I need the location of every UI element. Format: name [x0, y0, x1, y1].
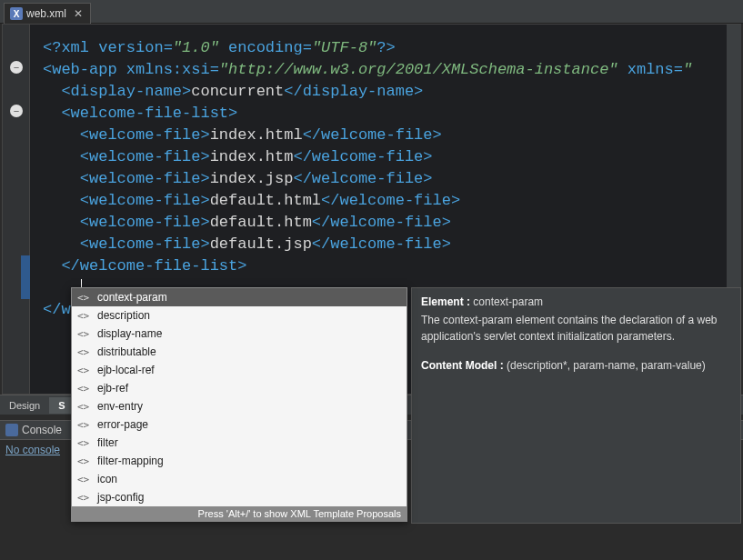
autocomplete-item-label: jsp-config [97, 491, 144, 504]
autocomplete-item-label: icon [97, 473, 117, 485]
autocomplete-item[interactable]: <>filter-mapping [72, 452, 407, 470]
tag-icon: <> [77, 401, 92, 413]
autocomplete-item-label: distributable [97, 345, 156, 358]
autocomplete-item-label: ejb-local-ref [97, 364, 155, 376]
autocomplete-item[interactable]: <>env-entry [72, 397, 407, 415]
tag-icon: <> [77, 346, 92, 358]
autocomplete-item[interactable]: <>icon [72, 470, 407, 488]
autocomplete-item-label: context-param [97, 291, 167, 304]
autocomplete-item[interactable]: <>error-page [72, 415, 407, 434]
autocomplete-item-label: filter [97, 436, 118, 449]
close-icon[interactable]: ✕ [74, 7, 83, 20]
autocomplete-item[interactable]: <>display-name [72, 325, 407, 343]
autocomplete-item[interactable]: <>distributable [72, 343, 407, 361]
fold-marker-icon[interactable]: − [10, 61, 23, 74]
fold-marker-icon[interactable]: − [10, 105, 23, 117]
tab-filename: web.xml [26, 7, 66, 20]
autocomplete-item[interactable]: <>context-param [72, 288, 407, 306]
autocomplete-item-label: filter-mapping [97, 455, 164, 467]
autocomplete-item-label: error-page [97, 418, 148, 431]
tag-icon: <> [77, 365, 92, 376]
autocomplete-item-label: ejb-ref [97, 382, 128, 395]
tag-icon: <> [77, 292, 92, 304]
doc-description: The context-param element contains the d… [421, 312, 731, 345]
selection-marker [21, 255, 30, 299]
autocomplete-item-label: env-entry [97, 400, 143, 413]
tag-icon: <> [77, 474, 92, 485]
doc-content-model-label: Content Model : [421, 359, 504, 372]
tag-icon: <> [77, 492, 92, 504]
tag-icon: <> [77, 383, 92, 395]
tag-icon: <> [77, 419, 92, 431]
autocomplete-list[interactable]: <>context-param<>description<>display-na… [72, 288, 407, 506]
editor-gutter: − − [3, 25, 30, 394]
doc-element-label: Element : [421, 295, 470, 308]
autocomplete-popup: <>context-param<>description<>display-na… [71, 287, 407, 522]
autocomplete-item-label: description [97, 309, 150, 322]
autocomplete-footer: Press 'Alt+/' to show XML Template Propo… [72, 506, 407, 521]
autocomplete-item-label: display-name [97, 327, 162, 340]
doc-element-name: context-param [473, 295, 543, 308]
doc-content-model: (description*, param-name, param-value) [507, 359, 706, 372]
autocomplete-item[interactable]: <>jsp-config [72, 488, 407, 506]
autocomplete-item[interactable]: <>ejb-ref [72, 379, 407, 397]
editor-tab-bar: X web.xml ✕ [0, 0, 743, 24]
autocomplete-item[interactable]: <>filter [72, 434, 407, 452]
tag-icon: <> [77, 310, 92, 322]
console-title: Console [22, 424, 62, 436]
xml-file-icon: X [10, 7, 23, 20]
tab-design[interactable]: Design [0, 397, 49, 414]
code-area[interactable]: <?xml version="1.0" encoding="UTF-8"?> <… [3, 25, 740, 321]
tag-icon: <> [77, 455, 92, 467]
autocomplete-item[interactable]: <>description [72, 306, 407, 325]
documentation-panel: Element : context-param The context-para… [411, 287, 741, 524]
tag-icon: <> [77, 328, 92, 340]
tag-icon: <> [77, 437, 92, 449]
editor-tab-webxml[interactable]: X web.xml ✕ [4, 3, 91, 24]
console-icon [5, 424, 18, 436]
autocomplete-item[interactable]: <>ejb-local-ref [72, 361, 407, 379]
